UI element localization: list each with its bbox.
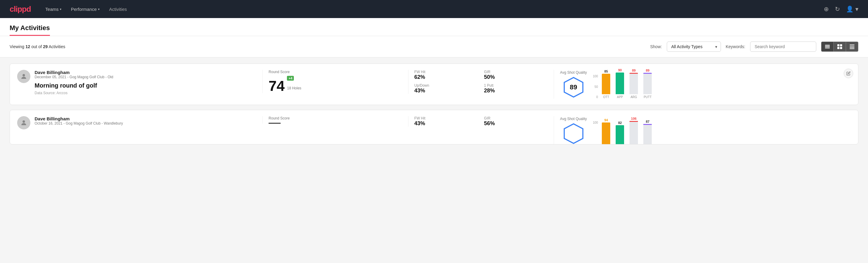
bar-value-putt-2: 87 (646, 120, 649, 123)
bar-group-app: 90 APP (616, 68, 624, 99)
refresh-icon[interactable]: ↻ (835, 5, 840, 12)
viewing-count: 12 (26, 44, 30, 49)
round-score-label-2: Round Score (269, 116, 401, 120)
svg-rect-8 (850, 46, 855, 47)
stats-grid-2: FW Hit 43% GIR 56% (414, 116, 547, 127)
stat-updown: Up/Down 43% (414, 83, 477, 94)
score-placeholder-2 (269, 123, 281, 124)
stat-value: 28% (484, 88, 547, 94)
bar-value-app: 90 (618, 68, 622, 72)
round-score-label: Round Score (269, 70, 401, 74)
score-number: 74 (269, 79, 284, 93)
hexagon-value: 89 (570, 83, 577, 91)
score-main: 74 +4 18 Holes (269, 76, 401, 93)
card-activity-title[interactable]: Morning round of golf (35, 82, 255, 89)
bar-arg (629, 73, 638, 94)
bar-value-arg: 89 (632, 68, 636, 72)
nav-teams[interactable]: Teams ▾ (45, 5, 61, 13)
nav-right: ⊕ ↻ 👤 ▾ (824, 5, 858, 12)
bar-value-app-2: 82 (618, 121, 622, 124)
list-view-button-2[interactable] (846, 42, 858, 52)
stat-label: Up/Down (414, 83, 477, 88)
stat-fw-hit-2: FW Hit 43% (414, 116, 477, 127)
hexagon-container-2 (560, 123, 587, 144)
card-info: Dave Billingham December 05, 2021 - Gog … (35, 70, 255, 95)
bar-arg-2 (629, 121, 638, 144)
bar-group-arg: 89 ARG (629, 68, 638, 99)
activity-type-select[interactable]: All Activity Types (667, 41, 721, 52)
card-data-source: Data Source: Arccos (35, 91, 255, 95)
bar-putt (643, 73, 652, 94)
svg-rect-1 (825, 46, 830, 47)
avatar-2 (17, 116, 30, 129)
nav-performance[interactable]: Performance ▾ (71, 5, 99, 13)
stat-value: 50% (484, 74, 547, 80)
keywords-label: Keywords: (726, 44, 745, 49)
grid-view-button[interactable] (834, 42, 846, 52)
y-label-50: 50 (593, 85, 598, 88)
hexagon: 89 (563, 77, 584, 98)
stat-value: 43% (414, 120, 477, 127)
card-date: December 05, 2021 - Gog Magog Golf Club … (35, 75, 255, 79)
stat-value: 62% (414, 74, 477, 80)
y-label-100-2: 100 (593, 121, 598, 124)
hexagon-container: 89 (560, 77, 587, 98)
activity-card: Dave Billingham December 05, 2021 - Gog … (10, 63, 858, 105)
svg-rect-5 (837, 47, 839, 49)
list-view-button-1[interactable] (822, 42, 834, 52)
stat-value: 56% (484, 120, 547, 127)
chevron-down-icon: ▾ (60, 7, 61, 11)
avg-shot-quality-label: Avg Shot Quality (560, 70, 587, 75)
view-buttons (821, 41, 858, 52)
quality-section: Avg Shot Quality 89 100 50 (554, 70, 851, 99)
stat-gir-2: GIR 56% (484, 116, 547, 127)
svg-rect-10 (850, 49, 855, 49)
stat-1putt: 1 Putt 28% (484, 83, 547, 94)
bar-value-arg-2: 106 (631, 117, 637, 120)
activity-card-2: Dave Billingham October 16, 2021 - Gog M… (10, 110, 858, 144)
search-input[interactable] (750, 41, 816, 52)
bar-label-arg: ARG (630, 95, 637, 99)
activities-list: Dave Billingham December 05, 2021 - Gog … (0, 57, 868, 150)
stat-label: FW Hit (414, 116, 477, 120)
activity-type-select-wrapper: All Activity Types (667, 41, 721, 52)
bar-value-ott: 85 (604, 69, 608, 73)
stat-label: FW Hit (414, 70, 477, 74)
bar-ott-2 (602, 122, 610, 144)
stat-label: 1 Putt (484, 83, 547, 88)
svg-marker-14 (564, 124, 583, 144)
score-holes: 18 Holes (287, 86, 301, 90)
viewing-text: Viewing 12 out of 29 Activities (10, 44, 645, 49)
bar-value-ott-2: 94 (604, 118, 608, 122)
bar-value-putt: 89 (646, 68, 649, 72)
stat-label: GIR (484, 70, 547, 74)
nav-activities[interactable]: Activities (109, 5, 127, 13)
bar-group-putt-2: 87 (643, 120, 652, 144)
bar-group-putt: 89 PUTT (643, 68, 652, 99)
score-section: Round Score 74 +4 18 Holes (262, 70, 401, 93)
viewing-total: 29 (43, 44, 48, 49)
bar-chart-2: 100 94 82 106 (593, 116, 851, 144)
svg-rect-3 (837, 44, 839, 46)
bar-group-ott: 85 OTT (602, 69, 610, 99)
card-date-2: October 16, 2021 - Gog Magog Golf Club -… (35, 121, 255, 125)
svg-rect-9 (850, 47, 855, 48)
navbar: clippd Teams ▾ Performance ▾ Activities … (0, 0, 868, 18)
svg-point-11 (23, 74, 25, 77)
card-left-2: Dave Billingham October 16, 2021 - Gog M… (17, 116, 255, 129)
hexagon-2 (563, 123, 584, 144)
svg-rect-7 (850, 45, 855, 45)
avg-shot-quality-label-2: Avg Shot Quality (560, 117, 587, 121)
quality-section-2: Avg Shot Quality 100 94 (554, 116, 851, 144)
stats-section: FW Hit 62% GIR 50% Up/Down 43% 1 Putt 28… (408, 70, 547, 94)
user-account-icon[interactable]: 👤 ▾ (846, 5, 858, 12)
stats-section-2: FW Hit 43% GIR 56% (408, 116, 547, 127)
stat-value: 43% (414, 88, 477, 94)
bar-label-putt: PUTT (644, 95, 651, 99)
y-label-0: 0 (593, 95, 598, 99)
add-circle-icon[interactable]: ⊕ (824, 5, 829, 12)
card-left: Dave Billingham December 05, 2021 - Gog … (17, 70, 255, 95)
bar-label-ott: OTT (603, 95, 609, 99)
app-logo[interactable]: clippd (10, 4, 31, 14)
bar-group-ott-2: 94 (602, 118, 610, 144)
